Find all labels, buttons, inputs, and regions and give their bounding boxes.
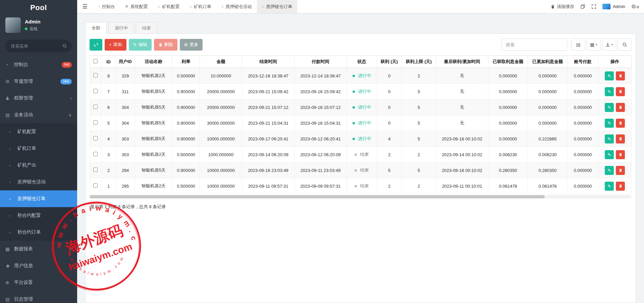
edit-row-button[interactable]: ✎ bbox=[605, 119, 614, 128]
edit-row-button[interactable]: ✎ bbox=[605, 150, 614, 159]
detail-view-button[interactable]: ▤ bbox=[571, 39, 585, 51]
filter-tab[interactable]: 结束 bbox=[136, 22, 157, 34]
row-checkbox[interactable] bbox=[93, 136, 98, 140]
cell-interest-acc: 0.061478 bbox=[528, 178, 568, 194]
cell-rate: 0.500000 bbox=[172, 178, 200, 194]
topbar-tab[interactable]: ○ 质押锁仓活动 bbox=[216, 0, 257, 13]
column-header[interactable]: 已获取利息金额 bbox=[488, 56, 528, 68]
horizontal-scrollbar[interactable] bbox=[90, 195, 632, 198]
column-header[interactable]: 金额 bbox=[200, 56, 242, 68]
select-all-checkbox[interactable] bbox=[93, 59, 98, 63]
delete-row-button[interactable] bbox=[616, 150, 625, 159]
settings-gears-icon[interactable]: ⚙⚙ bbox=[631, 3, 639, 10]
refresh-button[interactable] bbox=[90, 39, 102, 51]
delete-row-button[interactable] bbox=[616, 182, 625, 191]
column-header[interactable]: ID bbox=[101, 56, 116, 68]
row-checkbox[interactable] bbox=[93, 73, 98, 77]
topbar-avatar[interactable] bbox=[602, 4, 610, 9]
edit-row-button[interactable]: ✎ bbox=[605, 182, 614, 191]
column-header[interactable]: 获利 (天) bbox=[377, 56, 402, 68]
sidebar-search bbox=[5, 40, 72, 52]
delete-button[interactable]: 删除 bbox=[154, 39, 177, 51]
edit-row-button[interactable]: ✎ bbox=[605, 103, 614, 112]
sidebar-item[interactable]: ○ 秒合约订单 bbox=[0, 224, 77, 241]
topbar-tabs: ◔ 控制台 ⚙ 系统配置 ○ 矿机配置 ○ 矿机订单 ○ 质押锁仓活动 bbox=[93, 0, 297, 13]
menu-search-input[interactable] bbox=[5, 40, 72, 52]
search-toggle-button[interactable] bbox=[618, 39, 632, 51]
row-checkbox[interactable] bbox=[93, 105, 98, 109]
column-header[interactable]: 活动名称 bbox=[135, 56, 172, 68]
topbar-username[interactable]: Admin bbox=[613, 4, 625, 9]
filter-tab-label: 全部 bbox=[92, 25, 100, 31]
edit-button[interactable]: ✎ 编辑 bbox=[129, 39, 152, 51]
edit-row-button[interactable]: ✎ bbox=[605, 134, 614, 143]
column-header[interactable]: 状态 bbox=[347, 56, 377, 68]
delete-row-button[interactable] bbox=[616, 103, 625, 112]
sidebar-item[interactable]: ▦ 数据报表 ‹ bbox=[0, 241, 77, 257]
edit-row-button[interactable]: ✎ bbox=[605, 71, 614, 80]
topbar-tab[interactable]: ○ 质押锁仓订单 bbox=[257, 0, 298, 13]
delete-row-button[interactable] bbox=[616, 166, 625, 175]
delete-row-button[interactable] bbox=[616, 71, 625, 80]
sidebar-item[interactable]: ▤ 业务活动 ∨ bbox=[0, 107, 77, 123]
sidebar-item[interactable]: ⚙ 常规管理 new bbox=[0, 73, 77, 90]
row-checkbox[interactable] bbox=[93, 120, 98, 125]
delete-row-button[interactable] bbox=[616, 134, 625, 143]
cell-interest-got: 0.280350 bbox=[488, 163, 528, 178]
column-header[interactable]: 获利上限 (天) bbox=[402, 56, 436, 68]
scrollbar-thumb[interactable] bbox=[90, 195, 545, 198]
sidebar-item[interactable]: ▤ 日志管理 bbox=[0, 291, 77, 303]
sidebar-item[interactable]: ○ 矿机配置 bbox=[0, 123, 77, 140]
cell-user-id: 295 bbox=[116, 178, 135, 194]
sidebar-item[interactable]: ⊕ 平台设置 bbox=[0, 274, 77, 291]
column-header[interactable]: 利率 bbox=[172, 56, 200, 68]
filter-tab[interactable]: 进行中 bbox=[108, 22, 134, 34]
row-checkbox[interactable] bbox=[93, 152, 98, 156]
column-header[interactable]: 账号付款 bbox=[568, 56, 598, 68]
hamburger-icon[interactable]: ☰ bbox=[77, 0, 93, 13]
column-header[interactable]: 用户ID bbox=[116, 56, 135, 68]
cell-profit-cap: 5 bbox=[402, 100, 436, 115]
sidebar-item[interactable]: ○ 秒合约配置 bbox=[0, 207, 77, 224]
column-header[interactable]: 已累加利息金额 bbox=[528, 56, 568, 68]
columns-view-button[interactable]: ▦ ▾ bbox=[587, 39, 601, 51]
column-header[interactable]: 结束时间 bbox=[242, 56, 294, 68]
search-icon bbox=[62, 44, 67, 48]
refresh-view-icon[interactable] bbox=[580, 4, 585, 9]
filter-tab[interactable]: 全部 bbox=[85, 22, 107, 34]
delete-row-button[interactable] bbox=[616, 119, 625, 128]
topbar-tab[interactable]: ◔ 控制台 bbox=[93, 0, 120, 13]
row-checkbox[interactable] bbox=[93, 168, 98, 172]
add-button[interactable]: + 添加 bbox=[105, 39, 126, 51]
table-row: 3 303 智能机器2天 0.500000 1000.000000 2023-0… bbox=[90, 147, 632, 163]
column-header[interactable]: 最后获利/累加时间 bbox=[436, 56, 488, 68]
cell-id: 1 bbox=[101, 178, 116, 194]
topbar-tab[interactable]: ○ 矿机配置 bbox=[153, 0, 185, 13]
column-header[interactable]: 付款时间 bbox=[294, 56, 347, 68]
table-search-input[interactable] bbox=[501, 39, 567, 51]
sidebar-item[interactable]: ○ 质押锁仓活动 bbox=[0, 174, 77, 190]
plus-icon: + bbox=[109, 42, 112, 47]
row-checkbox[interactable] bbox=[93, 183, 98, 188]
clear-cache-button[interactable]: 清除缓存 bbox=[550, 4, 574, 10]
delete-row-button[interactable] bbox=[616, 87, 625, 96]
cell-end-time: 2023-09-17 06:20:41 bbox=[242, 131, 294, 147]
more-button[interactable]: ⚙ 更多 bbox=[180, 39, 203, 51]
edit-row-button[interactable]: ✎ bbox=[605, 166, 614, 175]
edit-row-button[interactable]: ✎ bbox=[605, 87, 614, 96]
avatar[interactable] bbox=[5, 17, 21, 33]
cell-account-pay: 0.000000 bbox=[568, 84, 598, 100]
column-header[interactable]: 操作 bbox=[598, 56, 632, 68]
sidebar-item[interactable]: ○ 矿机产出 bbox=[0, 157, 77, 174]
sidebar-item[interactable]: ♟ 权限管理 ‹ bbox=[0, 90, 77, 107]
sidebar-item[interactable]: ◔ 控制台 hot bbox=[0, 56, 77, 73]
sidebar-item[interactable]: ☻ 用户信息 bbox=[0, 257, 77, 274]
row-checkbox[interactable] bbox=[93, 89, 98, 93]
caret-down-icon: ▾ bbox=[611, 43, 613, 46]
fullscreen-icon[interactable] bbox=[591, 4, 596, 9]
export-button[interactable]: ▾ bbox=[602, 39, 616, 51]
topbar-tab[interactable]: ○ 矿机订单 bbox=[184, 0, 216, 13]
sidebar-item[interactable]: ○ 矿机订单 bbox=[0, 140, 77, 157]
topbar-tab[interactable]: ⚙ 系统配置 bbox=[120, 0, 153, 13]
sidebar-item[interactable]: ○ 质押锁仓订单 bbox=[0, 190, 77, 207]
